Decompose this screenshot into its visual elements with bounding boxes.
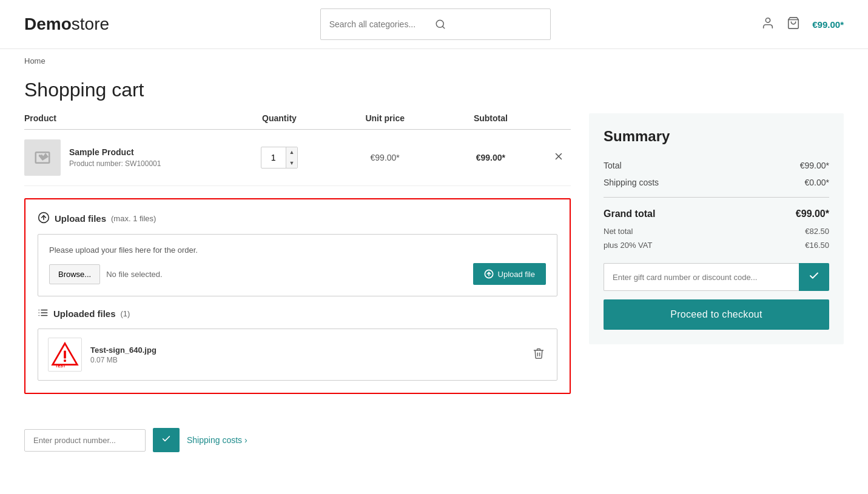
qty-down-button[interactable]: ▼ [286, 158, 298, 169]
upload-hint: Please upload your files here for the or… [49, 245, 546, 255]
header: Demostore €99.00* [0, 0, 868, 49]
summary-grand-total-value: €99.00* [796, 209, 829, 219]
shipping-costs-link[interactable]: Shipping costs › [187, 435, 247, 445]
logo[interactable]: Demostore [24, 15, 109, 34]
cart-section: Product Quantity Unit price Subtotal Sam… [24, 113, 571, 394]
summary-net-label: Net total [604, 227, 633, 236]
svg-point-4 [39, 155, 41, 157]
upload-controls: Browse... No file selected. Upload file [49, 263, 546, 285]
upload-icon [38, 212, 50, 225]
col-product: Product [24, 113, 223, 123]
product-name: Sample Product [69, 147, 161, 157]
summary-vat-value: €16.50 [805, 241, 829, 250]
quantity-input[interactable]: 1 [261, 153, 286, 162]
delete-file-button[interactable] [530, 345, 547, 365]
file-size: 0.07 MB [90, 356, 522, 364]
summary-total-value: €99.00* [800, 161, 829, 170]
summary-shipping-value: €0.00* [805, 178, 829, 187]
logo-light: store [72, 15, 109, 33]
qty-up-button[interactable]: ▲ [286, 147, 298, 158]
upload-title: Upload files [55, 213, 106, 224]
summary-net-value: €82.50 [805, 227, 829, 236]
search-icon-button[interactable] [426, 14, 541, 35]
search-bar [320, 8, 551, 40]
discount-apply-button[interactable] [799, 263, 829, 291]
summary-total-row: Total €99.00* [604, 157, 829, 174]
summary-shipping-label: Shipping costs [604, 178, 659, 187]
discount-row [604, 263, 829, 291]
product-number: Product number: SW100001 [69, 159, 161, 168]
col-subtotal: Subtotal [441, 113, 540, 123]
svg-text:TEST: TEST [55, 364, 66, 368]
quantity-stepper: 1 ▲ ▼ [261, 147, 298, 169]
search-input[interactable] [329, 19, 427, 29]
discount-input[interactable] [604, 263, 799, 291]
svg-rect-20 [64, 359, 66, 362]
browse-button[interactable]: Browse... [49, 264, 100, 284]
col-unit-price: Unit price [335, 113, 435, 123]
uploaded-list: TEST Test-sign_640.jpg 0.07 MB [38, 329, 557, 381]
table-row: Sample Product Product number: SW100001 … [24, 130, 571, 186]
list-icon [38, 307, 49, 320]
summary-grand-total-row: Grand total €99.00* [604, 204, 829, 224]
user-icon-button[interactable] [761, 16, 775, 33]
uploaded-files-header: Uploaded files (1) [38, 307, 557, 320]
svg-point-2 [766, 18, 770, 22]
cart-icon-button[interactable] [787, 16, 800, 33]
summary-vat-row: plus 20% VAT €16.50 [604, 238, 829, 252]
product-placeholder-icon [33, 149, 52, 167]
svg-rect-19 [64, 351, 66, 359]
summary-grand-total-label: Grand total [604, 209, 655, 219]
breadcrumb-home[interactable]: Home [24, 56, 45, 65]
upload-box: Please upload your files here for the or… [38, 234, 557, 296]
uploaded-title: Uploaded files [53, 309, 116, 319]
subtotal-cell: €99.00* [441, 153, 540, 162]
summary-sidebar: Summary Total €99.00* Shipping costs €0.… [589, 113, 844, 344]
header-icons: €99.00* [761, 16, 844, 33]
upload-section: Upload files (max. 1 files) Please uploa… [24, 198, 571, 394]
checkout-button[interactable]: Proceed to checkout [604, 299, 829, 330]
summary-net-total-row: Net total €82.50 [604, 224, 829, 238]
remove-item-button[interactable] [551, 149, 567, 167]
shipping-costs-chevron: › [244, 435, 247, 445]
upload-file-btn-label: Upload file [498, 270, 535, 279]
cart-table-header: Product Quantity Unit price Subtotal [24, 113, 571, 130]
unit-price-cell: €99.00* [335, 153, 435, 162]
product-image [24, 139, 61, 176]
svg-line-1 [443, 26, 445, 28]
summary-shipping-row: Shipping costs €0.00* [604, 174, 829, 191]
summary-title: Summary [604, 128, 829, 145]
add-by-number-button[interactable] [153, 428, 180, 452]
upload-header: Upload files (max. 1 files) [38, 212, 557, 225]
remove-cell [547, 149, 571, 167]
upload-file-button[interactable]: Upload file [473, 263, 546, 285]
quantity-cell: 1 ▲ ▼ [229, 147, 329, 169]
page-title: Shopping cart [0, 73, 868, 113]
qty-spinners: ▲ ▼ [286, 147, 298, 169]
logo-bold: Demo [24, 15, 72, 33]
file-thumbnail: TEST [48, 338, 82, 372]
uploaded-count: (1) [121, 309, 130, 318]
list-item: TEST Test-sign_640.jpg 0.07 MB [38, 329, 557, 380]
product-cell: Sample Product Product number: SW100001 [24, 139, 223, 176]
summary-vat-label: plus 20% VAT [604, 241, 652, 250]
summary-divider [604, 197, 829, 198]
upload-max-files: (max. 1 files) [111, 214, 156, 223]
shipping-costs-label: Shipping costs [187, 435, 242, 445]
file-name: Test-sign_640.jpg [90, 345, 522, 355]
product-details: Sample Product Product number: SW100001 [69, 147, 161, 168]
bottom-bar: Shipping costs › [0, 418, 868, 462]
col-quantity: Quantity [229, 113, 329, 123]
summary-total-label: Total [604, 161, 622, 170]
breadcrumb: Home [0, 49, 868, 73]
no-file-text: No file selected. [106, 270, 466, 279]
product-number-input[interactable] [24, 429, 146, 452]
cart-total: €99.00* [812, 19, 844, 30]
main-layout: Product Quantity Unit price Subtotal Sam… [0, 113, 868, 418]
file-info: Test-sign_640.jpg 0.07 MB [90, 345, 522, 364]
file-thumb-svg: TEST [51, 341, 79, 369]
